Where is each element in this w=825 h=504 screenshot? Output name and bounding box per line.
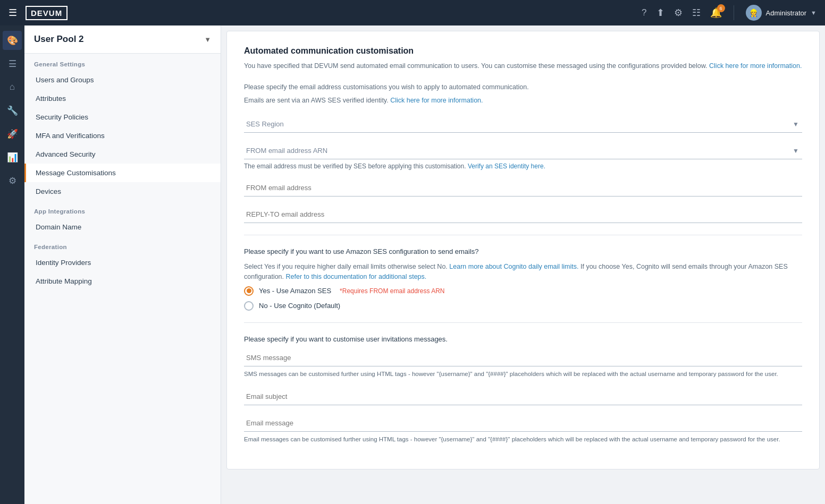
click-more-info-link-1[interactable]: Click here for more information. [709,62,802,70]
sidebar-icon-settings[interactable]: ⚙ [3,171,22,190]
sidebar-item-attribute-mapping[interactable]: Attribute Mapping [24,272,221,291]
federation-label: Federation [24,236,221,253]
ses-region-wrapper: us-east-1 us-west-2 eu-west-1 ▼ SES Regi… [244,116,802,133]
hamburger-icon[interactable]: ☰ [9,7,17,19]
bell-icon[interactable]: 🔔 [710,7,722,19]
nav-divider [734,5,734,20]
radio-no-circle[interactable] [244,301,254,311]
email-subject-group [244,388,802,405]
email-hint-text: Email messages can be customised further… [244,435,802,444]
radio-yes-circle[interactable] [244,286,254,296]
left-sidebar: User Pool 2 ▼ General Settings Users and… [24,25,221,504]
sidebar-item-identity-providers[interactable]: Identity Providers [24,253,221,272]
invitations-title: Please specify if you want to customise … [244,335,802,344]
ses-region-select[interactable]: us-east-1 us-west-2 eu-west-1 [244,116,802,133]
sidebar-icon-tools[interactable]: 🔧 [3,101,22,120]
sidebar-icon-home[interactable]: ⌂ [3,78,22,97]
main-content: Automated communication customisation Yo… [221,25,825,504]
pool-chevron-icon: ▼ [204,36,211,44]
radio-yes-item[interactable]: Yes - Use Amazon SES *Requires FROM emai… [244,286,802,296]
general-settings-label: General Settings [24,54,221,71]
gear-icon[interactable]: ⚙ [674,7,683,19]
grid-icon[interactable]: ☷ [692,7,701,19]
reply-to-group [244,206,802,223]
from-email-arn-wrapper: ▼ FROM email address ARN [244,142,802,159]
learn-more-link[interactable]: Learn more about Cognito daily email lim… [449,263,578,270]
intro-paragraph: You have specified that DEVUM send autom… [244,61,802,71]
radio-no-item[interactable]: No - Use Cognito (Default) [244,301,802,311]
help-icon[interactable]: ? [642,7,646,18]
email-subject-input[interactable] [244,388,802,405]
ses-info-paragraph: Emails are sent via an AWS SES verified … [244,96,802,106]
reply-to-input[interactable] [244,206,802,223]
app-logo: DEVUM [26,6,68,20]
sidebar-item-message-customisations[interactable]: Message Customisations [24,164,221,182]
sidebar-icon-palette[interactable]: 🎨 [3,31,22,50]
topnav-right: ? ⬆ ⚙ ☷ 🔔 👷 Administrator ▼ [642,5,816,21]
sidebar-icon-list[interactable]: ☰ [3,54,22,73]
sms-message-group: SMS messages can be customised further u… [244,349,802,379]
sidebar-icon-chart[interactable]: 📊 [3,148,22,167]
avatar: 👷 [746,5,762,21]
amazon-ses-question: Please specify if you want to use Amazon… [244,247,802,257]
pool-title: User Pool 2 [34,34,84,45]
username-label: Administrator [766,9,807,17]
top-navbar: ☰ DEVUM ? ⬆ ⚙ ☷ 🔔 👷 Administrator ▼ [0,0,825,25]
sidebar-item-mfa[interactable]: MFA and Verifications [24,126,221,145]
sidebar-item-users-groups[interactable]: Users and Groups [24,71,221,89]
verify-ses-text: The email address must be verified by SE… [244,163,802,170]
page-title: Automated communication customisation [244,46,802,56]
amazon-ses-radio-group: Yes - Use Amazon SES *Requires FROM emai… [244,286,802,311]
email-message-input[interactable] [244,415,802,432]
from-email-group [244,180,802,197]
content-panel: Automated communication customisation Yo… [226,31,820,469]
app-body: 🎨 ☰ ⌂ 🔧 🚀 📊 ⚙ User Pool 2 ▼ General Sett… [0,25,825,504]
sidebar-item-attributes[interactable]: Attributes [24,89,221,108]
sidebar-icon-rocket[interactable]: 🚀 [3,124,22,143]
app-integrations-label: App Integrations [24,201,221,218]
divider-2 [244,322,802,323]
sidebar-item-devices[interactable]: Devices [24,182,221,201]
radio-no-label: No - Use Cognito (Default) [259,302,340,310]
radio-yes-note: *Requires FROM email address ARN [340,287,444,295]
sms-hint-text: SMS messages can be customised further u… [244,370,802,379]
upload-icon[interactable]: ⬆ [656,7,664,19]
from-email-arn-select[interactable] [244,142,802,159]
verify-ses-link[interactable]: Verify an SES identity here. [468,163,545,170]
from-email-arn-group: ▼ FROM email address ARN The email addre… [244,142,802,170]
radio-yes-label: Yes - Use Amazon SES [259,287,331,295]
icon-sidebar: 🎨 ☰ ⌂ 🔧 🚀 📊 ⚙ [0,25,24,504]
user-menu[interactable]: 👷 Administrator ▼ [746,5,816,21]
email-message-group: Email messages can be customised further… [244,415,802,444]
sidebar-item-security-policies[interactable]: Security Policies [24,108,221,126]
sms-message-input[interactable] [244,349,802,366]
click-more-info-link-2[interactable]: Click here for more information. [390,97,483,104]
user-chevron-icon: ▼ [811,10,816,16]
sidebar-item-advanced-security[interactable]: Advanced Security [24,145,221,164]
sidebar-item-domain-name[interactable]: Domain Name [24,218,221,236]
divider-1 [244,235,802,235]
amazon-ses-info: Select Yes if you require higher daily e… [244,262,802,282]
refer-doc-link[interactable]: Refer to this documentation for addition… [286,273,427,280]
specify-paragraph: Please specify the email address customi… [244,82,802,92]
from-email-input[interactable] [244,180,802,197]
pool-header[interactable]: User Pool 2 ▼ [24,25,221,54]
ses-region-group: us-east-1 us-west-2 eu-west-1 ▼ SES Regi… [244,116,802,133]
content-area: Automated communication customisation Yo… [221,25,825,504]
